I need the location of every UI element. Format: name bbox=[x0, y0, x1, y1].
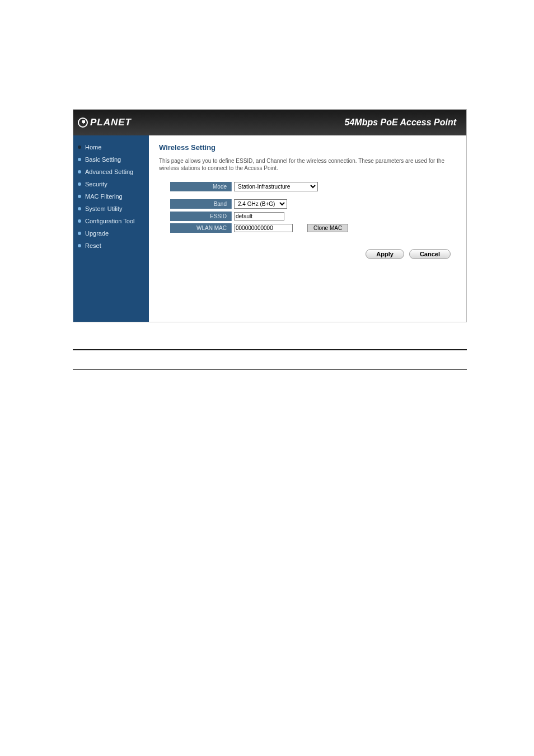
sidebar-item-basic-setting[interactable]: Basic Setting bbox=[73, 153, 149, 166]
bullet-icon bbox=[78, 195, 81, 198]
sidebar-item-advanced-setting[interactable]: Advanced Setting bbox=[73, 166, 149, 178]
essid-input[interactable] bbox=[234, 212, 284, 220]
sidebar-item-label: Home bbox=[85, 144, 101, 151]
sidebar-item-configuration-tool[interactable]: Configuration Tool bbox=[73, 215, 149, 227]
cancel-button[interactable]: Cancel bbox=[409, 249, 451, 259]
brand-name: PLANET bbox=[90, 117, 132, 128]
horizontal-rule bbox=[73, 349, 467, 350]
bullet-icon bbox=[78, 207, 81, 210]
sidebar-nav: Home Basic Setting Advanced Setting Secu… bbox=[73, 135, 149, 322]
bullet-icon bbox=[78, 232, 81, 235]
page-description: This page allows you to define ESSID, an… bbox=[159, 157, 456, 172]
wlanmac-input[interactable] bbox=[234, 224, 293, 232]
sidebar-item-system-utility[interactable]: System Utility bbox=[73, 203, 149, 215]
horizontal-rule bbox=[73, 369, 467, 370]
bullet-icon bbox=[78, 170, 81, 173]
sidebar-item-label: MAC Filtering bbox=[85, 193, 123, 200]
sidebar-item-home[interactable]: Home bbox=[73, 141, 149, 153]
sidebar-item-label: System Utility bbox=[85, 205, 123, 212]
sidebar-item-security[interactable]: Security bbox=[73, 178, 149, 190]
sidebar-item-label: Configuration Tool bbox=[85, 218, 134, 224]
mode-select[interactable]: Station-Infrastructure bbox=[234, 182, 318, 191]
band-label: Band bbox=[170, 199, 232, 209]
band-select[interactable]: 2.4 GHz (B+G) bbox=[234, 199, 287, 209]
product-title: 54Mbps PoE Access Point bbox=[345, 118, 456, 128]
sidebar-item-reset[interactable]: Reset bbox=[73, 240, 149, 252]
globe-icon bbox=[78, 118, 88, 128]
bullet-icon bbox=[78, 182, 81, 186]
sidebar-item-label: Upgrade bbox=[85, 230, 109, 237]
sidebar-item-label: Security bbox=[85, 181, 107, 187]
bullet-icon bbox=[78, 158, 81, 161]
bullet-icon bbox=[78, 244, 81, 247]
page-title: Wireless Setting bbox=[159, 143, 456, 152]
sidebar-item-label: Basic Setting bbox=[85, 156, 121, 163]
clone-mac-button[interactable]: Clone MAC bbox=[307, 224, 348, 232]
bullet-icon bbox=[78, 219, 81, 223]
wlanmac-label: WLAN MAC bbox=[170, 223, 232, 233]
brand-logo: PLANET bbox=[78, 117, 132, 128]
sidebar-item-upgrade[interactable]: Upgrade bbox=[73, 227, 149, 240]
wireless-form: Mode Station-Infrastructure Band 2.4 GHz… bbox=[170, 181, 456, 233]
bullet-icon bbox=[78, 145, 81, 149]
apply-button[interactable]: Apply bbox=[366, 249, 404, 259]
mode-label: Mode bbox=[170, 182, 232, 191]
sidebar-item-label: Advanced Setting bbox=[85, 168, 133, 175]
sidebar-item-mac-filtering[interactable]: MAC Filtering bbox=[73, 190, 149, 203]
header-bar: PLANET 54Mbps PoE Access Point bbox=[73, 110, 466, 135]
sidebar-item-label: Reset bbox=[85, 242, 101, 249]
essid-label: ESSID bbox=[170, 212, 232, 221]
